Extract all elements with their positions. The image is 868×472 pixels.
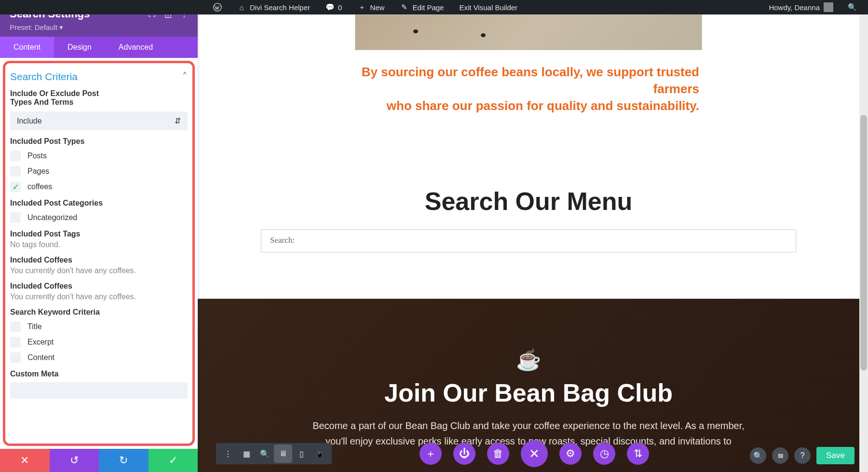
home-icon: ⌂ bbox=[237, 3, 246, 12]
avatar bbox=[824, 2, 833, 12]
zoom-icon[interactable]: 🔍 bbox=[256, 444, 274, 463]
builder-main-actions: ＋ ⏻ 🗑 ✕ ⚙ ◷ ⇅ bbox=[420, 440, 649, 467]
comment-count: 0 bbox=[338, 3, 342, 12]
sync-button[interactable]: ⇅ bbox=[627, 443, 649, 465]
checkbox-posts[interactable]: Posts bbox=[10, 151, 188, 161]
checkbox-icon bbox=[10, 151, 21, 161]
checkbox-content[interactable]: Content bbox=[10, 352, 188, 363]
search-criteria-section: Search Criteria ˄ Include Or Exclude Pos… bbox=[3, 61, 195, 446]
post-types-label: Included Post Types bbox=[10, 137, 188, 146]
keyword-criteria-label: Search Keyword Criteria bbox=[10, 308, 188, 317]
exit-label: Exit Visual Builder bbox=[459, 3, 517, 12]
chevron-up-icon: ˄ bbox=[182, 71, 188, 83]
checkbox-icon bbox=[10, 166, 21, 177]
search-section: Search Our Menu Search: bbox=[198, 187, 859, 252]
tablet-view-icon[interactable]: ▯ bbox=[292, 444, 311, 463]
tab-advanced[interactable]: Advanced bbox=[105, 37, 166, 58]
kebab-icon[interactable]: ⋮ bbox=[219, 444, 237, 463]
cancel-button[interactable]: ✕ bbox=[0, 449, 50, 472]
search-icon: 🔍 bbox=[848, 3, 856, 12]
checkbox-excerpt[interactable]: Excerpt bbox=[10, 337, 188, 347]
wp-howdy[interactable]: Howdy, Deanna bbox=[763, 0, 839, 14]
layers-icon[interactable]: ≋ bbox=[772, 447, 788, 464]
wp-new[interactable]: ＋New bbox=[352, 0, 390, 14]
builder-right-tools: 🔍 ≋ ? Save bbox=[750, 447, 854, 464]
power-button[interactable]: ⏻ bbox=[453, 443, 475, 465]
builder-view-toolbar: ⋮ ▦ 🔍 🖥 ▯ 📱 bbox=[216, 443, 332, 464]
tags-empty-msg: No tags found. bbox=[10, 240, 188, 249]
chevron-down-icon: ▾ bbox=[59, 23, 63, 31]
close-builder-button[interactable]: ✕ bbox=[521, 440, 548, 467]
scrollbar-thumb[interactable] bbox=[860, 115, 867, 371]
settings-gear-button[interactable]: ⚙ bbox=[559, 443, 582, 465]
history-button[interactable]: ◷ bbox=[593, 443, 615, 465]
undo-button[interactable]: ↺ bbox=[50, 449, 99, 472]
wp-comments[interactable]: 💬0 bbox=[320, 0, 348, 14]
include-exclude-select[interactable]: Include ⇵ bbox=[10, 111, 188, 130]
tab-design[interactable]: Design bbox=[54, 37, 105, 58]
wp-search[interactable]: 🔍 bbox=[842, 0, 862, 14]
redo-button[interactable]: ↻ bbox=[99, 449, 149, 472]
included-coffees-label-1: Included Coffees bbox=[10, 256, 188, 264]
desktop-view-icon[interactable]: 🖥 bbox=[274, 444, 292, 463]
search-heading: Search Our Menu bbox=[198, 187, 859, 216]
trash-button[interactable]: 🗑 bbox=[487, 443, 509, 465]
confirm-button[interactable]: ✓ bbox=[149, 449, 198, 472]
site-name-text: Divi Search Helper bbox=[250, 3, 310, 12]
custom-meta-input[interactable] bbox=[10, 382, 188, 399]
wireframe-icon[interactable]: ▦ bbox=[237, 444, 256, 463]
checkbox-icon-checked bbox=[10, 181, 21, 192]
section-title-text: Search Criteria bbox=[10, 71, 78, 83]
phone-view-icon[interactable]: 📱 bbox=[311, 444, 329, 463]
checkbox-icon bbox=[10, 212, 21, 223]
scrollbar[interactable] bbox=[859, 14, 868, 472]
included-coffees-msg-2: You currently don't have any coffees. bbox=[10, 292, 188, 301]
custom-meta-label: Custom Meta bbox=[10, 370, 188, 378]
preset-selector[interactable]: Preset: Default ▾ bbox=[10, 23, 188, 32]
new-label: New bbox=[370, 3, 384, 12]
save-button[interactable]: Save bbox=[816, 447, 854, 464]
included-coffees-label-2: Included Coffees bbox=[10, 282, 188, 291]
included-coffees-msg-1: You currently don't have any coffees. bbox=[10, 266, 188, 275]
builder-canvas: By sourcing our coffee beans locally, we… bbox=[198, 14, 859, 472]
wordpress-icon bbox=[213, 3, 222, 12]
pencil-icon: ✎ bbox=[400, 3, 408, 12]
tags-label: Included Post Tags bbox=[10, 230, 188, 238]
checkbox-icon bbox=[10, 321, 21, 332]
hero-image bbox=[355, 14, 702, 50]
tab-content[interactable]: Content bbox=[0, 37, 54, 58]
wp-edit-page[interactable]: ✎Edit Page bbox=[394, 0, 449, 14]
checkbox-coffees[interactable]: coffees bbox=[10, 181, 188, 192]
checkbox-title[interactable]: Title bbox=[10, 321, 188, 332]
edit-label: Edit Page bbox=[412, 3, 444, 12]
checkbox-icon bbox=[10, 337, 21, 347]
search-input[interactable]: Search: bbox=[261, 229, 796, 252]
find-icon[interactable]: 🔍 bbox=[750, 447, 766, 464]
wp-logo[interactable] bbox=[207, 0, 228, 14]
comment-icon: 💬 bbox=[326, 3, 334, 12]
checkbox-uncategorized[interactable]: Uncategorized bbox=[10, 212, 188, 223]
select-caret-icon: ⇵ bbox=[175, 116, 181, 125]
add-button[interactable]: ＋ bbox=[420, 443, 442, 465]
plus-icon: ＋ bbox=[357, 3, 366, 12]
categories-label: Included Post Categories bbox=[10, 199, 188, 208]
section-toggle[interactable]: Search Criteria ˄ bbox=[10, 71, 188, 83]
club-title: Join Our Bean Bag Club bbox=[198, 378, 859, 407]
checkbox-pages[interactable]: Pages bbox=[10, 166, 188, 177]
settings-tabs: Content Design Advanced bbox=[0, 37, 198, 58]
help-icon[interactable]: ? bbox=[794, 447, 811, 464]
select-value: Include bbox=[17, 117, 42, 125]
wp-site-name[interactable]: ⌂Divi Search Helper bbox=[231, 0, 316, 14]
coffee-icon: ☕ bbox=[198, 348, 859, 372]
panel-footer: ✕ ↺ ↻ ✓ bbox=[0, 449, 198, 472]
wp-admin-bar: ⌂Divi Search Helper 💬0 ＋New ✎Edit Page E… bbox=[0, 0, 868, 14]
howdy-text: Howdy, Deanna bbox=[769, 3, 820, 12]
include-exclude-label: Include Or Exclude PostTypes And Terms bbox=[10, 89, 188, 107]
module-settings-panel: Search Settings ⛶ ◫ ⋮ Preset: Default ▾ … bbox=[0, 0, 198, 472]
checkbox-icon bbox=[10, 352, 21, 363]
hero-text: By sourcing our coffee beans locally, we… bbox=[345, 64, 712, 114]
wp-exit-builder[interactable]: Exit Visual Builder bbox=[453, 0, 523, 14]
